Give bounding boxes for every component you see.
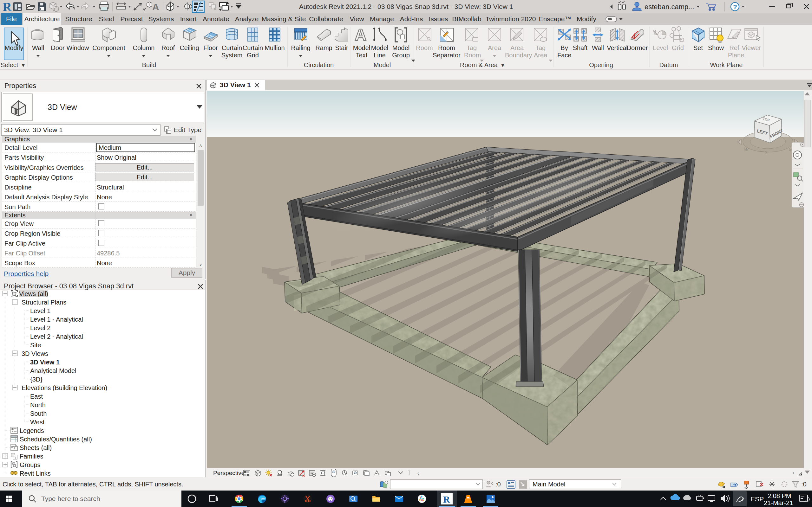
svg-text:esteban.camp...: esteban.camp... [645, 3, 694, 11]
svg-text::0: :0 [801, 481, 807, 488]
svg-text:1: 1 [148, 3, 150, 7]
svg-text:?: ? [733, 3, 737, 10]
svg-text:A: A [355, 26, 367, 44]
svg-text:R: R [3, 0, 12, 13]
svg-text:‹: ‹ [417, 470, 419, 476]
svg-text:21-Mar-21: 21-Mar-21 [764, 499, 793, 506]
svg-text:Type here to search: Type here to search [41, 495, 100, 502]
svg-text:R: R [443, 494, 450, 504]
svg-text:A: A [152, 2, 159, 12]
svg-text:2:08 PM: 2:08 PM [768, 493, 791, 499]
svg-text:ESP: ESP [751, 495, 764, 503]
